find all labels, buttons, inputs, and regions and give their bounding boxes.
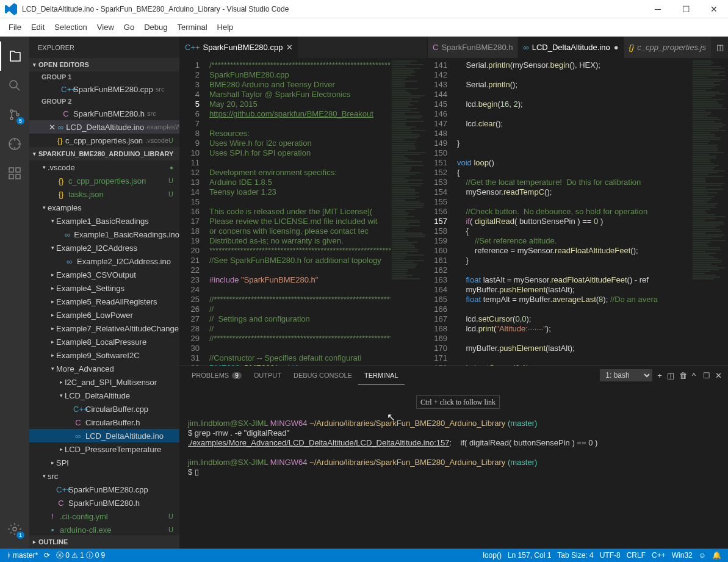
close-panel-icon[interactable]: ☐ [703,371,710,380]
file-.cli-config.yml[interactable]: !.cli-config.ymlU [29,510,179,523]
scm-activity[interactable]: 5 [0,100,29,129]
menu-file[interactable]: File [4,23,26,32]
file-SparkFunBME280.h[interactable]: CSparkFunBME280.h [29,496,179,510]
menu-view[interactable]: View [92,23,119,32]
open-editors-header[interactable]: ▾OPEN EDITORS [29,58,179,71]
file-icon: {} [629,43,635,52]
trash-icon[interactable]: 🗑 [679,371,687,380]
maximize-panel-icon[interactable]: ^ [692,371,696,380]
outline-header[interactable]: ▸OUTLINE [29,535,179,549]
folder-src[interactable]: ▾src [29,469,179,483]
folder-I2C_and_SPI_Multisensor[interactable]: ▸I2C_and_SPI_Multisensor [29,375,179,389]
status-loop[interactable]: loop() [480,551,505,560]
panel-tab-terminal[interactable]: TERMINAL [358,366,405,384]
folder-Example4_Settings[interactable]: ▸Example4_Settings [29,281,179,295]
split-terminal-icon[interactable]: ◫ [667,371,674,380]
status-utf8[interactable]: UTF-8 [597,551,624,560]
info-icon: ⓘ [86,550,93,561]
debug-activity[interactable] [0,129,29,159]
panel-tab-debug-console[interactable]: DEBUG CONSOLE [287,366,358,384]
tab-SparkFunBME280.cpp[interactable]: C++SparkFunBME280.cpp✕ [180,37,298,58]
folder-Example7_RelativeAltitudeChange[interactable]: ▸Example7_RelativeAltitudeChange [29,322,179,335]
panel-tab-problems[interactable]: PROBLEMS9 [186,366,248,384]
tab-c_cpp_properties.js[interactable]: {}c_cpp_properties.js [624,37,712,58]
code-area-2[interactable]: 1411421431441451461471481491501511521531… [428,58,728,366]
file-icon: ▪ [48,525,57,535]
menu-edit[interactable]: Edit [26,23,49,32]
folder-SPI[interactable]: ▸SPI [29,456,179,469]
folder-Example8_LocalPressure[interactable]: ▸Example8_LocalPressure [29,335,179,348]
terminal-select[interactable]: 1: bash [600,369,652,381]
extensions-activity[interactable] [0,159,29,188]
settings-activity[interactable]: 1 [0,514,29,544]
menu-debug[interactable]: Debug [139,23,172,32]
menu-terminal[interactable]: Terminal [172,23,212,32]
problems-status[interactable]: ⓧ0 ⚠1 ⓘ0 9 [53,550,108,561]
menu-go[interactable]: Go [119,23,139,32]
menu-help[interactable]: Help [212,23,239,32]
folder-Example6_LowPower[interactable]: ▸Example6_LowPower [29,308,179,322]
editor-pane-2: CSparkFunBME280.h∞LCD_DeltaAltitude.ino●… [427,37,728,366]
folder-Example3_CSVOutput[interactable]: ▸Example3_CSVOutput [29,268,179,281]
folder-Example9_SoftwareI2C[interactable]: ▸Example9_SoftwareI2C [29,348,179,362]
open-file-SparkFunBME280.cpp[interactable]: C++SparkFunBME280.cppsrc [29,82,179,96]
activitybar: 5 1 [0,37,29,549]
file-icon: C [56,499,66,508]
file-LCD_DeltaAltitude.ino[interactable]: ∞LCD_DeltaAltitude.ino [29,429,179,442]
folder-LCD_DeltaAltitude[interactable]: ▾LCD_DeltaAltitude [29,389,179,402]
open-file-SparkFunBME280.h[interactable]: CSparkFunBME280.hsrc [29,107,179,120]
status-c[interactable]: C++ [649,551,669,560]
file-Example1_BasicReadings.ino[interactable]: ∞Example1_BasicReadings.ino [29,228,179,241]
search-activity[interactable] [0,71,29,100]
split-icon[interactable]: ◫ [714,43,726,52]
status-ln157col1[interactable]: Ln 157, Col 1 [505,551,554,560]
close-panel-x-icon[interactable]: ✕ [715,371,722,380]
file-Example2_I2CAddress.ino[interactable]: ∞Example2_I2CAddress.ino [29,254,179,268]
terminal-body[interactable]: Ctrl + click to follow link jim.lindblom… [179,384,728,549]
branch-status[interactable]: ᚼmaster* [4,551,41,560]
close-icon[interactable]: ✕ [286,43,293,52]
folder-Example1_BasicReadings[interactable]: ▾Example1_BasicReadings [29,214,179,228]
file-CircularBuffer.cpp[interactable]: C++CircularBuffer.cpp [29,402,179,416]
file-icon: {} [56,190,66,199]
open-file-c_cpp_properties.json[interactable]: {}c_cpp_properties.json.vscodeU [29,134,179,147]
minimap-1[interactable] [391,58,427,366]
window-title: LCD_DeltaAltitude.ino - SparkFun_BME280_… [22,5,644,13]
status-tabsize4[interactable]: Tab Size: 4 [554,551,596,560]
status-win32[interactable]: Win32 [669,551,696,560]
svg-rect-6 [16,168,20,172]
folder-examples[interactable]: ▾examples [29,201,179,214]
sync-status[interactable]: ⟳ [41,551,53,560]
file-SparkFunBME280.cpp[interactable]: C++SparkFunBME280.cpp [29,483,179,496]
error-icon: ⓧ [56,550,63,561]
folder-More_Advanced[interactable]: ▾More_Advanced [29,362,179,375]
file-tasks.json[interactable]: {}tasks.jsonU [29,187,179,201]
status-[interactable]: ☺ [696,551,709,560]
code-area-1[interactable]: 1234567891011121314151617181920212223242… [180,58,427,366]
close-icon[interactable]: ✕ [49,123,56,132]
folder-LCD_PressureTemperature[interactable]: ▸LCD_PressureTemperature [29,442,179,456]
svg-rect-8 [16,175,20,179]
new-terminal-icon[interactable]: + [657,371,662,380]
status-crlf[interactable]: CRLF [624,551,649,560]
open-file-LCD_DeltaAltitude.ino[interactable]: ✕∞LCD_DeltaAltitude.inoexamples\More_Ad.… [29,120,179,134]
status-[interactable]: 🔔 [709,551,724,560]
file-arduino-cli.exe[interactable]: ▪arduino-cli.exeU [29,523,179,535]
minimize-button[interactable]: ─ [644,0,672,18]
maximize-button[interactable]: ☐ [672,0,700,18]
close-button[interactable]: ✕ [700,0,728,18]
folder-Example2_I2CAddress[interactable]: ▾Example2_I2CAddress [29,241,179,254]
menu-selection[interactable]: Selection [49,23,92,32]
folder-Example5_ReadAllRegisters[interactable]: ▸Example5_ReadAllRegisters [29,295,179,308]
explorer-activity[interactable] [0,41,29,71]
file-c_cpp_properties.json[interactable]: {}c_cpp_properties.jsonU [29,174,179,187]
file-CircularBuffer.h[interactable]: CCircularBuffer.h [29,416,179,429]
svg-rect-5 [9,168,13,172]
tab-SparkFunBME280.h[interactable]: CSparkFunBME280.h [428,37,518,58]
folder-.vscode[interactable]: ▾.vscode● [29,160,179,174]
panel-tab-output[interactable]: OUTPUT [248,366,287,384]
chevron-icon: ▾ [49,218,56,224]
minimap-2[interactable] [691,58,728,366]
project-header[interactable]: ▾SPARKFUN_BME280_ARDUINO_LIBRARY [29,147,179,160]
tab-LCD_DeltaAltitude.ino[interactable]: ∞LCD_DeltaAltitude.ino● [518,37,624,58]
